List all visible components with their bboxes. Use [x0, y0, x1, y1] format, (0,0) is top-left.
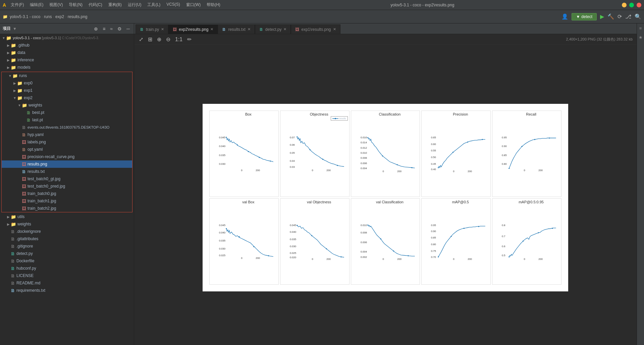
- menu-edit[interactable]: 编辑(E): [27, 1, 46, 8]
- tab-label-exp1: exp1\results.png: [301, 27, 331, 32]
- menu-nav[interactable]: 导航(N): [66, 1, 85, 8]
- zoom-in-btn[interactable]: ⊕: [156, 36, 162, 43]
- svg-text:0.040: 0.040: [219, 145, 225, 148]
- maximize-button[interactable]: [629, 3, 634, 7]
- chart-box: Box 0.045 0.040 0.035 0.030 0 200: [209, 111, 279, 197]
- tree-gitignore[interactable]: 🗎 .gitignore: [0, 243, 134, 250]
- sidebar-list-btn[interactable]: ≡: [101, 25, 107, 32]
- grid-btn[interactable]: ⊞: [147, 36, 153, 43]
- tree-train-batch0[interactable]: 🖼 train_batch0.jpg: [2, 190, 132, 197]
- tree-root[interactable]: ▼ 📁 yolov5-3.1 - coco [yolov5-3.1] C:\Co…: [0, 34, 134, 42]
- tree-data[interactable]: ▶ 📁 data: [0, 49, 134, 56]
- menu-file[interactable]: 文件(F): [8, 1, 26, 8]
- tree-requirements[interactable]: 🗎 requirements.txt: [0, 287, 134, 294]
- tab-close-detect[interactable]: ✕: [283, 27, 286, 31]
- tree-gitattributes[interactable]: 🗎 .gitattributes: [0, 235, 134, 243]
- chart-recall-svg: 0.95 0.90 0.85 0.80 0 200: [502, 117, 560, 191]
- user-icon[interactable]: 👤: [561, 13, 568, 20]
- act-bookmark[interactable]: ★: [638, 34, 644, 41]
- tree-results-txt[interactable]: 🗎 results.txt: [2, 168, 132, 175]
- tree-labels-png[interactable]: 🖼 labels.png: [2, 138, 132, 146]
- menu-vcs[interactable]: VCS(S): [164, 1, 183, 8]
- tab-train-py[interactable]: 🗎 train.py ✕: [136, 24, 168, 34]
- act-structure[interactable]: ≡: [638, 25, 643, 32]
- bc-runs[interactable]: runs: [44, 14, 52, 19]
- tree-exp1[interactable]: ▶ 📁 exp1: [2, 87, 132, 94]
- update-button[interactable]: ⟳: [618, 13, 622, 20]
- menu-tools[interactable]: 工具(L): [145, 1, 163, 8]
- build-button[interactable]: 🔨: [607, 13, 614, 20]
- tree-dockerfile[interactable]: 🗎 Dockerfile: [0, 257, 134, 265]
- actual-size-btn[interactable]: 1:1: [174, 36, 183, 43]
- menu-code[interactable]: 代码(C): [86, 1, 105, 8]
- minimize-button[interactable]: [622, 3, 627, 7]
- tree-last-pt[interactable]: 🗎 last.pt: [2, 116, 132, 124]
- tree-weights-root[interactable]: ▶ 📁 weights: [0, 220, 134, 228]
- project-dropdown-arrow[interactable]: ▼: [13, 26, 17, 31]
- fit-btn[interactable]: ⤢: [138, 36, 144, 43]
- titlebar-controls: [622, 3, 641, 7]
- search-button[interactable]: 🔍: [635, 13, 641, 20]
- tree-dockerignore[interactable]: 🗎 .dockerignore: [0, 228, 134, 235]
- menu-window[interactable]: 窗口(W): [183, 1, 203, 8]
- topbar-right: 👤 ▼ detect ▶ 🔨 ⟳ ⎇ 🔍: [561, 13, 641, 20]
- tree-train-batch1[interactable]: 🖼 train_batch1.jpg: [2, 197, 132, 205]
- tree-test-batch0-gt[interactable]: 🖼 test_batch0_gt.jpg: [2, 175, 132, 183]
- tree-detect-py[interactable]: 🗎 detect.py: [0, 250, 134, 257]
- tree-exp0[interactable]: ▶ 📁 exp0: [2, 79, 132, 87]
- tree-results-png[interactable]: 🖼 results.png: [2, 160, 132, 168]
- tree-best-pt[interactable]: 🗎 best.pt: [2, 109, 132, 116]
- tree-events-file[interactable]: 🗎 events.out.tfevents.1618037675.DESKTOP…: [2, 124, 132, 131]
- tab-exp1-results[interactable]: 🖼 exp1\results.png ✕: [291, 24, 340, 34]
- tree-inference[interactable]: ▶ 📁 inference: [0, 56, 134, 64]
- tree-hubconf-py[interactable]: 🗎 hubconf.py: [0, 265, 134, 272]
- project-dropdown[interactable]: 项目: [3, 26, 11, 31]
- tab-results-png[interactable]: 🖼 exp2\results.png ✕: [168, 24, 218, 34]
- tree-test-batch0-pred[interactable]: 🖼 test_batch0_pred.jpg: [2, 183, 132, 190]
- menu-refactor[interactable]: 重构(B): [106, 1, 124, 8]
- tree-utils[interactable]: ▶ 📁 utils: [0, 213, 134, 220]
- close-button[interactable]: [637, 3, 641, 7]
- menu-run[interactable]: 运行(U): [125, 1, 144, 8]
- tab-detect-py[interactable]: 🗎 detect.py ✕: [255, 24, 291, 34]
- svg-point-102: [464, 228, 465, 229]
- sidebar-add-btn[interactable]: ⊕: [93, 25, 99, 32]
- menu-help[interactable]: 帮助(H): [204, 1, 223, 8]
- tree-weights-folder[interactable]: ▼ 📁 weights: [2, 101, 132, 109]
- svg-text:0.040: 0.040: [219, 231, 225, 234]
- sidebar-collapse-btn[interactable]: ─: [125, 25, 131, 32]
- tree-runs[interactable]: ▼ 📁 runs: [2, 72, 132, 79]
- tree-exp2[interactable]: ▼ 📁 exp2: [2, 94, 132, 101]
- svg-text:0.035: 0.035: [219, 239, 225, 242]
- bc-root[interactable]: yolov5-3.1 - coco: [10, 14, 40, 19]
- bc-exp2[interactable]: exp2: [55, 14, 64, 19]
- tree-hyp-yaml[interactable]: 🗎 hyp.yaml: [2, 131, 132, 138]
- tree-github[interactable]: ▶ 📁 .github: [0, 42, 134, 49]
- tree-readme[interactable]: 🗎 README.md: [0, 279, 134, 287]
- tree-opt-yaml[interactable]: 🗎 opt.yaml: [2, 146, 132, 153]
- tree-license[interactable]: 🗎 LICENSE: [0, 272, 134, 279]
- svg-point-78: [311, 235, 312, 236]
- tab-close-results-txt[interactable]: ✕: [248, 27, 251, 31]
- sidebar-toolbar: 项目 ▼ ⊕ ≡ ≈ ⚙ ─: [0, 23, 134, 34]
- bc-file[interactable]: results.png: [68, 14, 88, 19]
- menu-view[interactable]: 视图(V): [47, 1, 65, 8]
- zoom-out-btn[interactable]: ⊖: [165, 36, 171, 43]
- git-button[interactable]: ⎇: [625, 13, 631, 20]
- svg-point-113: [552, 228, 553, 229]
- tab-close-train[interactable]: ✕: [161, 27, 164, 31]
- svg-text:0.008: 0.008: [361, 156, 367, 159]
- tree-precision-recall[interactable]: 🖼 precision-recall_curve.png: [2, 153, 132, 160]
- tree-models[interactable]: ▶ 📁 models: [0, 64, 134, 71]
- detect-button[interactable]: ▼ detect: [572, 13, 597, 20]
- tab-close-exp1[interactable]: ✕: [333, 27, 336, 31]
- run-button[interactable]: ▶: [600, 13, 604, 20]
- chart-precision-svg: 0.65 0.60 0.55 0.50 0.45 0.40 0 200: [431, 117, 490, 191]
- tree-train-batch2[interactable]: 🖼 train_batch2.jpg: [2, 205, 132, 212]
- color-picker-btn[interactable]: ✏: [186, 36, 192, 43]
- sidebar-settings-btn[interactable]: ⚙: [116, 25, 123, 32]
- sidebar-filter-btn[interactable]: ≈: [109, 25, 114, 32]
- svg-text:0.40: 0.40: [431, 168, 436, 171]
- tab-close-results[interactable]: ✕: [210, 27, 213, 31]
- tab-results-txt[interactable]: 🗎 results.txt ✕: [218, 24, 255, 34]
